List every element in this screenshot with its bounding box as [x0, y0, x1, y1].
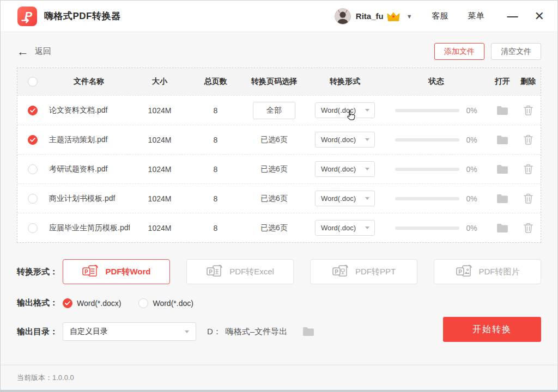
status-cell: 0% [383, 136, 489, 144]
radio-docx-label: Word(*.docx) [77, 299, 121, 308]
trash-icon [524, 134, 533, 145]
pdf-to-excel-label: PDF转Excel [229, 267, 274, 277]
status-cell: 0% [383, 224, 489, 232]
row-checkbox[interactable] [28, 223, 38, 233]
page-select-button[interactable]: 全部 [253, 102, 295, 119]
table-row: 主题活动策划.pdf 1024M 8 已选6页 Word(.doc) 0% [17, 125, 541, 154]
header-status: 状态 [383, 77, 489, 87]
user-dropdown-caret-icon[interactable]: ▼ [407, 13, 413, 20]
delete-file-button[interactable] [515, 105, 541, 115]
radio-doc-circle[interactable] [138, 298, 148, 308]
version-text: 当前版本：1.0.0.0 [17, 373, 74, 383]
delete-file-button[interactable] [515, 164, 541, 174]
chevron-down-icon [365, 168, 369, 170]
add-files-button[interactable]: 添加文件 [434, 43, 484, 60]
pdf-to-image-button[interactable]: P PDF转图片 [434, 259, 541, 284]
pdf-to-word-button[interactable]: P PDF转Word [63, 259, 170, 284]
format-dropdown-value: Word(.doc) [321, 136, 356, 144]
delete-file-button[interactable] [515, 134, 541, 145]
header-name: 文件名称 [48, 77, 130, 87]
file-pages: 8 [190, 136, 241, 144]
support-link[interactable]: 客服 [432, 11, 448, 21]
folder-icon [496, 135, 508, 145]
chevron-down-icon [365, 109, 369, 112]
delete-file-button[interactable] [515, 223, 541, 233]
progress-percent: 0% [466, 165, 477, 174]
svg-text:P: P [209, 268, 213, 274]
app-logo-icon: P [17, 6, 38, 27]
page-select-button[interactable]: 已选6页 [260, 135, 288, 144]
open-folder-button[interactable] [489, 194, 515, 204]
output-dir-label: 输出目录： [17, 327, 63, 337]
vip-crown-icon [387, 12, 400, 22]
open-folder-button[interactable] [489, 135, 515, 145]
output-format-label: 输出格式： [17, 298, 63, 308]
clear-files-button[interactable]: 清空文件 [491, 43, 541, 60]
minimize-button[interactable]: — [507, 10, 518, 22]
svg-text:P: P [335, 268, 338, 274]
row-checkbox[interactable] [28, 164, 38, 174]
trash-icon [524, 164, 533, 174]
format-dropdown[interactable]: Word(.doc) [315, 132, 375, 148]
close-button[interactable]: ✕ [535, 9, 544, 23]
chevron-down-icon [185, 330, 189, 333]
menu-link[interactable]: 菜单 [468, 11, 484, 21]
file-pages: 8 [190, 106, 241, 115]
progress-percent: 0% [466, 194, 477, 203]
format-dropdown[interactable]: Word(.doc) [315, 191, 375, 206]
file-name: 考研试题资料.pdf [48, 164, 130, 174]
app-window: P 嗨格式PDF转换器 Rita_fu ▼ 客服 菜单 — [0, 0, 558, 392]
back-button[interactable]: ← 返回 [17, 46, 51, 58]
radio-docx[interactable]: Word(*.docx) [63, 298, 121, 308]
radio-doc[interactable]: Word(*.doc) [138, 298, 193, 308]
page-select-button[interactable]: 已选6页 [260, 164, 288, 173]
pdf-to-ppt-button[interactable]: P PDF转PPT [310, 259, 417, 284]
titlebar: P 嗨格式PDF转换器 Rita_fu ▼ 客服 菜单 — [1, 1, 557, 32]
output-dir-dropdown[interactable]: 自定义目录 [63, 322, 196, 341]
select-all-checkbox[interactable] [28, 77, 38, 87]
spacer [1, 341, 557, 365]
format-dropdown[interactable]: Word(.doc) [315, 102, 375, 118]
browse-folder-button[interactable] [302, 327, 314, 336]
format-dropdown[interactable]: Word(.doc) [315, 220, 375, 236]
chevron-down-icon [365, 138, 369, 141]
user-avatar[interactable] [335, 8, 351, 24]
page-select-button[interactable]: 已选6页 [260, 194, 288, 203]
progress-bar [395, 197, 459, 200]
output-dir-drive: D： [207, 327, 221, 337]
page-select-button[interactable]: 已选6页 [260, 223, 288, 232]
back-label: 返回 [35, 46, 51, 57]
pdf-to-image-icon: P [456, 265, 473, 279]
status-cell: 0% [383, 106, 489, 115]
radio-docx-circle[interactable] [63, 298, 72, 308]
format-dropdown[interactable]: Word(.doc) [315, 161, 375, 177]
table-row: 考研试题资料.pdf 1024M 8 已选6页 Word(.doc) 0% [17, 154, 541, 183]
progress-bar [395, 138, 459, 142]
format-dropdown-value: Word(.doc) [321, 224, 356, 232]
file-pages: 8 [190, 224, 241, 232]
open-folder-button[interactable] [489, 223, 515, 233]
row-checkbox[interactable] [28, 135, 38, 145]
delete-file-button[interactable] [515, 193, 541, 204]
file-table: 文件名称 大小 总页数 转换页码选择 转换形式 状态 打开 删除 论文资料文档.… [17, 68, 541, 243]
output-dir-dropdown-value: 自定义目录 [70, 327, 108, 336]
table-row: 应届毕业生简历模板.pdf 1024M 8 已选6页 Word(.doc) 0% [17, 213, 541, 242]
table-body: 论文资料文档.pdf 1024M 8 全部 Word(.doc) 0% [17, 95, 541, 242]
open-folder-button[interactable] [489, 164, 515, 174]
pdf-to-excel-button[interactable]: P PDF转Excel [186, 259, 294, 284]
file-name: 论文资料文档.pdf [48, 106, 130, 115]
pdf-to-word-icon: P [82, 265, 99, 279]
trash-icon [524, 193, 533, 204]
format-dropdown-value: Word(.doc) [321, 165, 356, 173]
file-name: 主题活动策划.pdf [48, 135, 130, 145]
start-convert-button[interactable]: 开始转换 [443, 317, 541, 342]
row-checkbox[interactable] [28, 106, 38, 115]
open-folder-button[interactable] [489, 106, 515, 115]
row-checkbox[interactable] [28, 194, 38, 204]
progress-percent: 0% [466, 106, 477, 115]
username[interactable]: Rita_fu [356, 11, 384, 21]
file-size: 1024M [130, 165, 190, 174]
output-dir-path: D： 嗨格式–文件导出 [207, 327, 287, 337]
footer: 当前版本：1.0.0.0 [1, 365, 557, 390]
convert-type-label: 转换形式： [17, 267, 63, 277]
